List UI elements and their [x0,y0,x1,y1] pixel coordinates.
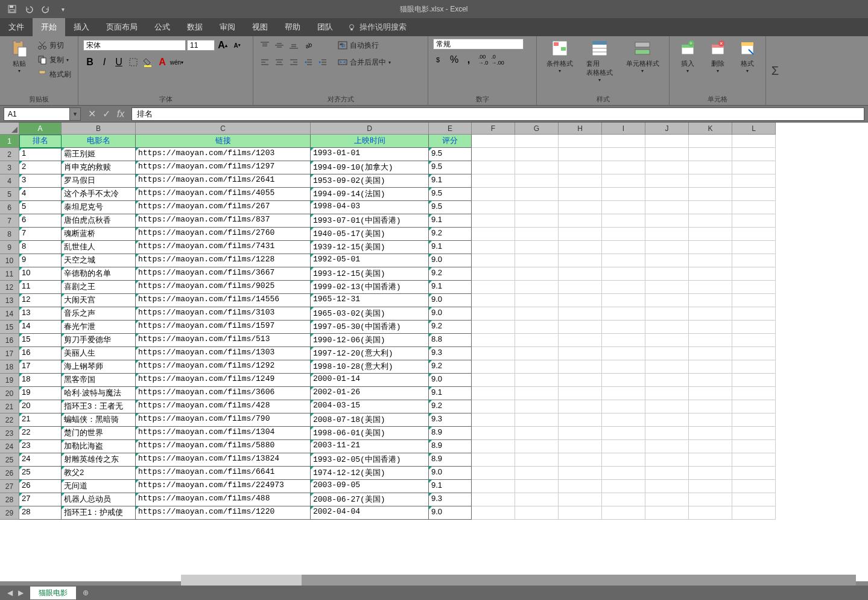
cell[interactable] [515,294,559,307]
cell[interactable]: 唐伯虎点秋香 [62,214,136,228]
sheet-nav-prev-icon[interactable]: ◀ [5,588,14,598]
cell[interactable] [645,440,689,453]
cell[interactable] [689,201,732,214]
cell[interactable] [515,506,559,520]
cell[interactable]: 1990-12-06(美国) [311,334,429,347]
font-color-button[interactable]: A [156,56,169,69]
undo-icon[interactable] [22,2,36,16]
cell[interactable]: 10 [19,267,62,281]
decrease-font-icon[interactable]: A▾ [230,39,244,52]
cell[interactable]: 2000-01-14 [311,374,429,387]
cell[interactable] [472,321,515,334]
cell[interactable] [515,174,559,188]
cell[interactable] [732,135,776,148]
cell[interactable]: 27 [19,493,62,506]
cell[interactable] [732,161,776,174]
cell[interactable]: 9.1 [429,241,472,254]
cell[interactable] [559,241,602,254]
cell[interactable]: https://maoyan.com/films/5880 [136,440,311,453]
scrollbar-thumb[interactable] [181,575,302,586]
cell[interactable]: 9.1 [429,214,472,228]
cell[interactable]: 乱世佳人 [62,241,136,254]
cell[interactable] [515,493,559,506]
table-format-button[interactable]: 套用 表格格式▾ [581,39,618,83]
cell[interactable] [515,321,559,334]
cell[interactable] [515,201,559,214]
cut-button[interactable]: 剪切 [37,39,71,52]
cell[interactable] [689,374,732,387]
cell[interactable] [732,400,776,413]
cell[interactable]: 1965-03-02(美国) [311,307,429,321]
column-header[interactable]: H [559,123,602,135]
cell[interactable] [559,413,602,427]
cell[interactable]: https://maoyan.com/films/1220 [136,506,311,520]
cell[interactable] [472,135,515,148]
cell[interactable] [689,161,732,174]
cell[interactable] [689,440,732,453]
column-header[interactable]: C [136,123,311,135]
row-header[interactable]: 17 [0,347,19,360]
cell[interactable] [515,334,559,347]
align-center-icon[interactable] [273,56,286,69]
cell[interactable] [602,161,645,174]
select-all-corner[interactable] [0,123,19,135]
cell[interactable] [602,214,645,228]
cell[interactable]: 泰坦尼克号 [62,201,136,214]
cell[interactable] [559,374,602,387]
decrease-decimal-icon[interactable]: .0→.00 [491,53,504,66]
cell[interactable]: 16 [19,347,62,360]
cell[interactable]: 1 [19,148,62,161]
row-header[interactable]: 22 [0,413,19,427]
cell[interactable] [689,334,732,347]
cell[interactable] [732,214,776,228]
cell[interactable] [732,453,776,467]
copy-button[interactable]: 复制▾ [37,53,71,66]
cell[interactable] [732,413,776,427]
cell[interactable] [515,241,559,254]
cell[interactable]: 1939-12-15(美国) [311,241,429,254]
cell[interactable] [559,480,602,493]
cell[interactable]: 19 [19,387,62,400]
cell[interactable] [689,294,732,307]
cell[interactable] [472,387,515,400]
cell[interactable]: 1999-02-13(中国香港) [311,281,429,294]
cell[interactable] [602,267,645,281]
cell[interactable] [602,241,645,254]
cell[interactable] [732,506,776,520]
row-header[interactable]: 18 [0,360,19,374]
cell[interactable] [645,387,689,400]
cell[interactable]: 2003-09-05 [311,480,429,493]
cell[interactable]: 18 [19,374,62,387]
column-header[interactable]: D [311,123,429,135]
row-header[interactable]: 19 [0,374,19,387]
cell[interactable] [515,374,559,387]
sheet-nav-next-icon[interactable]: ▶ [16,588,25,598]
cell[interactable]: 24 [19,453,62,467]
cell[interactable]: 2002-04-04 [311,506,429,520]
cell[interactable]: 1993-07-01(中国香港) [311,214,429,228]
cell[interactable] [472,374,515,387]
cell[interactable]: https://maoyan.com/films/837 [136,214,311,228]
cell[interactable] [689,321,732,334]
cell[interactable] [602,135,645,148]
cell[interactable] [515,347,559,360]
column-header[interactable]: F [472,123,515,135]
cell[interactable] [732,467,776,480]
row-header[interactable]: 12 [0,281,19,294]
cell[interactable] [602,493,645,506]
cell[interactable]: 剪刀手爱德华 [62,334,136,347]
cell[interactable] [645,374,689,387]
ribbon-tab-1[interactable]: 开始 [33,18,65,36]
cell[interactable] [559,307,602,321]
cell[interactable] [689,228,732,241]
cell[interactable] [689,400,732,413]
cell[interactable] [645,467,689,480]
cell[interactable]: 8.8 [429,334,472,347]
cell[interactable]: 9.5 [429,188,472,201]
sheet-tab[interactable]: 猫眼电影 [30,586,76,599]
cell[interactable] [689,254,732,267]
cell[interactable] [732,188,776,201]
cell[interactable] [602,228,645,241]
cell[interactable]: 9.0 [429,254,472,267]
cell[interactable] [689,267,732,281]
